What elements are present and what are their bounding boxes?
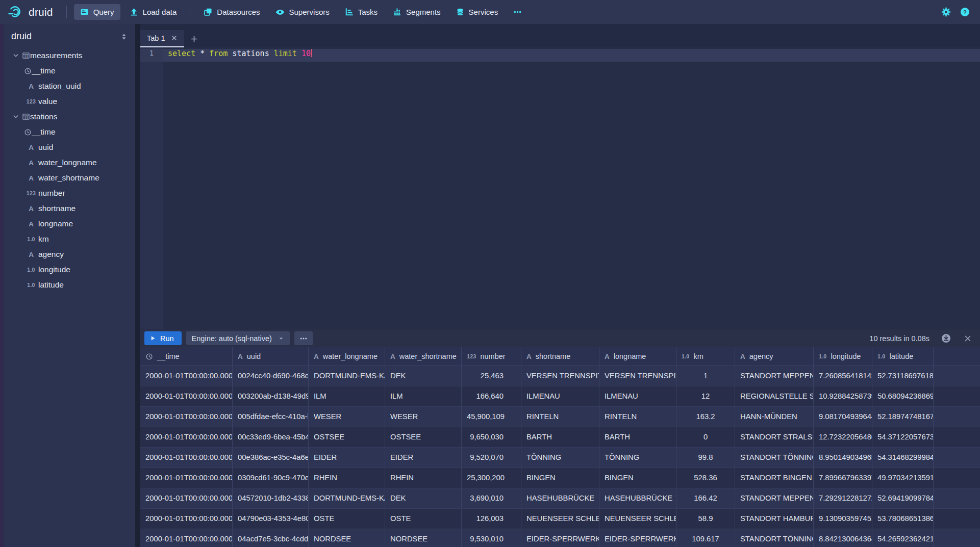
cell-number[interactable]: 25,300,200 bbox=[462, 468, 521, 488]
cell-longitude[interactable]: 9.1309035974516 bbox=[814, 509, 872, 529]
cell--time[interactable]: 2000-01-01T00:00:00.000Z bbox=[140, 407, 233, 427]
cell-water-shortname[interactable]: DEK bbox=[385, 488, 462, 508]
cell-longitude[interactable]: 7.2608564181428 bbox=[814, 366, 872, 386]
nav-item-query[interactable]: Query bbox=[74, 4, 120, 20]
cell-km[interactable]: 163.2 bbox=[676, 407, 735, 427]
cell-shortname[interactable]: VERSEN TRENNSPITZE bbox=[521, 366, 599, 386]
cell--time[interactable]: 2000-01-01T00:00:00.000Z bbox=[140, 509, 233, 529]
cell-water-longname[interactable]: DORTMUND-EMS-KANAL bbox=[309, 488, 385, 508]
cell-uuid[interactable]: 005dfdae-efcc-410a-b bbox=[233, 407, 309, 427]
cell--time[interactable]: 2000-01-01T00:00:00.000Z bbox=[140, 448, 233, 467]
cell-uuid[interactable]: 0024cc40-d690-468d- bbox=[233, 366, 309, 386]
cell-km[interactable]: 1 bbox=[676, 366, 735, 386]
cell-water-longname[interactable]: RHEIN bbox=[309, 468, 385, 488]
column-header-shortname[interactable]: Ashortname bbox=[521, 347, 599, 366]
cell-agency[interactable]: STANDORT HAMBURG bbox=[735, 509, 814, 529]
cell-longitude[interactable]: 12.723220564867 bbox=[814, 427, 872, 447]
tree-column--time[interactable]: __time bbox=[4, 124, 135, 140]
cell-latitude[interactable]: 49.970342135919 bbox=[872, 468, 934, 488]
column-header-number[interactable]: 123number bbox=[462, 347, 521, 366]
cell-longname[interactable]: EIDER-SPERRWERK AP bbox=[599, 529, 676, 547]
column-header--time[interactable]: __time bbox=[140, 347, 233, 366]
cell-shortname[interactable]: BARTH bbox=[521, 427, 599, 447]
cell-shortname[interactable]: BINGEN bbox=[521, 468, 599, 488]
tree-column-latitude[interactable]: 1.0latitude bbox=[4, 277, 135, 293]
cell--time[interactable]: 2000-01-01T00:00:00.000Z bbox=[140, 488, 233, 508]
cell-km[interactable]: 12 bbox=[676, 386, 735, 406]
cell-water-shortname[interactable]: RHEIN bbox=[385, 468, 462, 488]
query-more-button[interactable] bbox=[294, 331, 313, 345]
sort-columns-icon[interactable] bbox=[119, 32, 129, 42]
cell-water-shortname[interactable]: OSTE bbox=[385, 509, 462, 529]
cell-number[interactable]: 126,003 bbox=[462, 509, 521, 529]
cell-uuid[interactable]: 04790e03-4353-4e80- bbox=[233, 509, 309, 529]
cell-uuid[interactable]: 003200ab-d138-49d9- bbox=[233, 386, 309, 406]
cell-longname[interactable]: BARTH bbox=[599, 427, 676, 447]
tree-column-water-longname[interactable]: Awater_longname bbox=[4, 155, 135, 170]
column-header-uuid[interactable]: Auuid bbox=[233, 347, 309, 366]
cell-longname[interactable]: HASEHUBBRÜCKE bbox=[599, 488, 676, 508]
column-header-longitude[interactable]: 1.0longitude bbox=[814, 347, 872, 366]
cell-water-longname[interactable]: OSTE bbox=[309, 509, 385, 529]
cell-water-shortname[interactable]: NORDSEE bbox=[385, 529, 462, 547]
download-results-button[interactable] bbox=[939, 331, 953, 345]
cell-agency[interactable]: STANDORT TÖNNING bbox=[735, 529, 814, 547]
cell-latitude[interactable]: 52.731186976186 bbox=[872, 366, 934, 386]
cell-number[interactable]: 9,530,010 bbox=[462, 529, 521, 547]
cell-agency[interactable]: HANN-MÜNDEN bbox=[735, 407, 814, 427]
cell-km[interactable]: 166.42 bbox=[676, 488, 735, 508]
tab-1[interactable]: Tab 1 bbox=[140, 30, 184, 47]
tree-column-agency[interactable]: Aagency bbox=[4, 247, 135, 262]
cell-shortname[interactable]: ILMENAU bbox=[521, 386, 599, 406]
tree-column-station-uuid[interactable]: Astation_uuid bbox=[4, 79, 135, 94]
help-button[interactable]: ? bbox=[958, 5, 972, 19]
cell-agency[interactable]: STANDORT BINGEN bbox=[735, 468, 814, 488]
cell-number[interactable]: 9,650,030 bbox=[462, 427, 521, 447]
cell-water-shortname[interactable]: ILM bbox=[385, 386, 462, 406]
nav-item-services[interactable]: Services bbox=[450, 4, 505, 20]
tab-close-icon[interactable] bbox=[171, 35, 178, 41]
cell-agency[interactable]: STANDORT MEPPEN bbox=[735, 488, 814, 508]
chevron-down-icon[interactable] bbox=[10, 52, 22, 59]
nav-item-segments[interactable]: Segments bbox=[387, 4, 447, 20]
tree-table-stations[interactable]: stations bbox=[4, 109, 135, 124]
tree-column-water-shortname[interactable]: Awater_shortname bbox=[4, 170, 135, 186]
cell-latitude[interactable]: 53.780686513863 bbox=[872, 509, 934, 529]
cell-water-shortname[interactable]: WESER bbox=[385, 407, 462, 427]
tree-column-value[interactable]: 123value bbox=[4, 94, 135, 109]
settings-button[interactable] bbox=[939, 5, 953, 19]
cell-uuid[interactable]: 00c33ed9-6bea-45b4- bbox=[233, 427, 309, 447]
cell-shortname[interactable]: RINTELN bbox=[521, 407, 599, 427]
cell-shortname[interactable]: HASEHUBBRÜCKE bbox=[521, 488, 599, 508]
cell-uuid[interactable]: 04572010-1db2-4338- bbox=[233, 488, 309, 508]
run-button[interactable]: Run bbox=[144, 331, 182, 345]
cell-latitude[interactable]: 54.265923624216 bbox=[872, 529, 934, 547]
cell-latitude[interactable]: 52.694190997842 bbox=[872, 488, 934, 508]
cell-water-longname[interactable]: DORTMUND-EMS-KANAL bbox=[309, 366, 385, 386]
cell-water-shortname[interactable]: EIDER bbox=[385, 448, 462, 467]
cell-water-longname[interactable]: EIDER bbox=[309, 448, 385, 467]
cell-km[interactable]: 109.617 bbox=[676, 529, 735, 547]
tree-column-number[interactable]: 123number bbox=[4, 186, 135, 201]
cell-km[interactable]: 58.9 bbox=[676, 509, 735, 529]
column-header-water-shortname[interactable]: Awater_shortname bbox=[385, 347, 462, 366]
cell-water-longname[interactable]: OSTSEE bbox=[309, 427, 385, 447]
sql-editor[interactable]: 1 select * from stations limit 10 bbox=[140, 47, 980, 329]
cell-longname[interactable]: RINTELN bbox=[599, 407, 676, 427]
cell-number[interactable]: 9,520,070 bbox=[462, 448, 521, 467]
cell-water-longname[interactable]: ILM bbox=[309, 386, 385, 406]
cell--time[interactable]: 2000-01-01T00:00:00.000Z bbox=[140, 386, 233, 406]
cell-longitude[interactable]: 8.8421300643644 bbox=[814, 529, 872, 547]
cell-water-shortname[interactable]: OSTSEE bbox=[385, 427, 462, 447]
engine-select[interactable]: Engine: auto (sql-native) bbox=[186, 331, 290, 345]
cell-uuid[interactable]: 00e386ac-e35c-4a6e- bbox=[233, 448, 309, 467]
tree-column--time[interactable]: __time bbox=[4, 63, 135, 79]
cell-latitude[interactable]: 50.680942368697 bbox=[872, 386, 934, 406]
tree-column-shortname[interactable]: Ashortname bbox=[4, 201, 135, 216]
cell-longitude[interactable]: 10.928842587394 bbox=[814, 386, 872, 406]
cell-longname[interactable]: BINGEN bbox=[599, 468, 676, 488]
cell-number[interactable]: 45,900,109 bbox=[462, 407, 521, 427]
chevron-down-icon[interactable] bbox=[10, 113, 22, 120]
cell-number[interactable]: 166,640 bbox=[462, 386, 521, 406]
cell-longname[interactable]: NEUENSEER SCHLEUSE bbox=[599, 509, 676, 529]
